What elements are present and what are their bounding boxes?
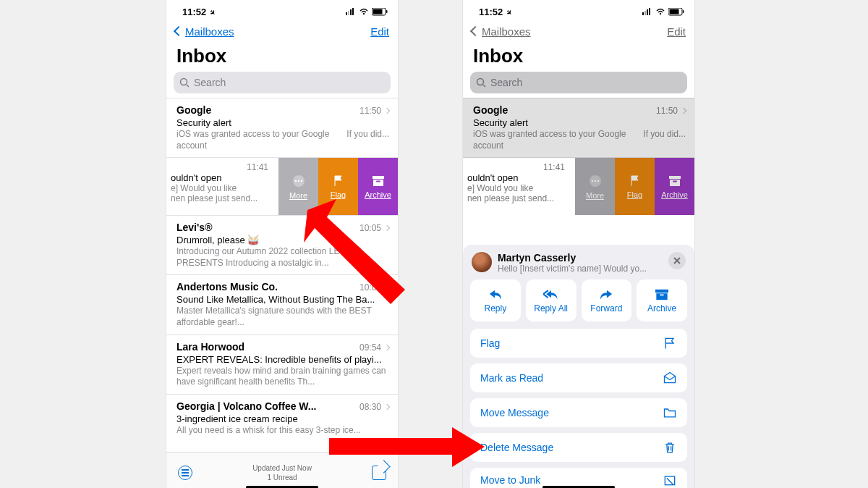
battery-icon bbox=[668, 8, 684, 16]
action-sheet: Martyn Casserly Hello [Insert victim's n… bbox=[463, 245, 694, 488]
forward-icon bbox=[598, 288, 614, 301]
edit-button[interactable]: Edit bbox=[370, 25, 389, 38]
back-button[interactable]: Mailboxes bbox=[472, 25, 531, 38]
folder-icon bbox=[663, 405, 677, 420]
time: 11:41 bbox=[467, 162, 568, 172]
search-placeholder: Search bbox=[490, 77, 522, 88]
forward-button[interactable]: Forward bbox=[582, 279, 632, 321]
nav-bar: Mailboxes Edit bbox=[166, 20, 398, 42]
wifi-icon bbox=[359, 8, 369, 15]
junk-icon bbox=[663, 473, 677, 487]
status-bar: 11:52✈ bbox=[166, 3, 398, 20]
preview-right: If you did... bbox=[346, 129, 389, 139]
status-time: 11:52 bbox=[479, 7, 503, 17]
nav-bar: Mailboxes Edit bbox=[463, 20, 694, 42]
preview-right: If you did... bbox=[643, 129, 686, 139]
preview-line: e] Would you like bbox=[171, 183, 271, 193]
subject-fragment: ouldn't open bbox=[467, 172, 568, 183]
signal-icon bbox=[346, 8, 356, 15]
svg-rect-33 bbox=[673, 180, 677, 182]
search-input[interactable]: Search bbox=[470, 72, 687, 93]
svg-point-30 bbox=[597, 180, 598, 181]
reply-button[interactable]: Reply bbox=[470, 279, 521, 321]
filter-button[interactable] bbox=[178, 466, 192, 480]
svg-point-8 bbox=[181, 79, 187, 85]
svg-line-9 bbox=[187, 85, 189, 87]
page-title: Inbox bbox=[463, 42, 694, 72]
preview: Expert reveals how mind and brain traini… bbox=[176, 366, 389, 388]
status-bar: 11:52✈ bbox=[463, 3, 694, 20]
signal-icon bbox=[642, 8, 652, 15]
preview: iOS was granted access to your Google ac… bbox=[473, 129, 637, 151]
archive-icon bbox=[668, 174, 682, 188]
battery-icon bbox=[372, 8, 388, 16]
svg-rect-23 bbox=[670, 9, 679, 14]
status-indicators bbox=[642, 8, 684, 16]
svg-point-4 bbox=[363, 13, 365, 14]
svg-rect-3 bbox=[352, 8, 354, 15]
unread-label: 1 Unread bbox=[252, 473, 312, 482]
status-time: 11:52 bbox=[182, 7, 206, 17]
wifi-icon bbox=[655, 8, 665, 15]
svg-rect-1 bbox=[348, 11, 349, 15]
reply-icon bbox=[488, 288, 503, 301]
page-title: Inbox bbox=[166, 42, 398, 72]
chevron-right-icon bbox=[384, 108, 390, 114]
location-icon: ✈ bbox=[208, 8, 217, 17]
message-row[interactable]: Lara Horwood09:54 EXPERT REVEALS: Incred… bbox=[166, 335, 398, 394]
mark-read-action[interactable]: Mark as Read bbox=[470, 363, 687, 392]
svg-rect-31 bbox=[669, 176, 681, 179]
subject: Security alert bbox=[473, 117, 686, 128]
avatar bbox=[472, 252, 492, 272]
time: 11:50 bbox=[359, 106, 381, 116]
flag-icon bbox=[663, 336, 677, 350]
svg-rect-19 bbox=[647, 9, 648, 15]
swipe-archive-button[interactable]: Archive bbox=[655, 158, 694, 215]
flag-action[interactable]: Flag bbox=[470, 329, 687, 358]
svg-line-26 bbox=[483, 85, 485, 87]
sender: Georgia | Volcano Coffee W... bbox=[176, 400, 355, 412]
delete-action[interactable]: Delete Message bbox=[470, 433, 687, 462]
close-button[interactable] bbox=[668, 252, 686, 269]
annotation-arrow bbox=[289, 195, 412, 311]
preview-line: nen please just send... bbox=[467, 193, 568, 203]
reply-all-button[interactable]: Reply All bbox=[526, 279, 576, 321]
more-icon bbox=[292, 174, 306, 188]
message-row-swiped[interactable]: 11:41 ouldn't open e] Would you like nen… bbox=[463, 157, 694, 215]
svg-line-40 bbox=[667, 479, 673, 484]
message-row[interactable]: Google11:50 Security alert If you did...… bbox=[463, 98, 694, 157]
svg-rect-17 bbox=[642, 12, 644, 15]
svg-point-25 bbox=[477, 79, 484, 85]
time: 11:50 bbox=[656, 106, 678, 116]
reply-all-icon bbox=[543, 288, 559, 301]
time: 09:54 bbox=[359, 342, 381, 353]
search-icon bbox=[179, 77, 190, 88]
search-icon bbox=[476, 77, 486, 88]
svg-rect-2 bbox=[350, 9, 352, 15]
svg-rect-6 bbox=[373, 9, 383, 14]
back-button[interactable]: Mailboxes bbox=[175, 25, 234, 38]
annotation-arrow bbox=[329, 427, 488, 471]
updated-label: Updated Just Now bbox=[252, 463, 312, 473]
time: 08:30 bbox=[359, 402, 381, 412]
message-row[interactable]: Google 11:50 Security alert If you did..… bbox=[166, 98, 398, 157]
chevron-left-icon bbox=[470, 26, 480, 36]
svg-rect-7 bbox=[386, 10, 388, 13]
more-icon bbox=[588, 174, 603, 188]
subject: EXPERT REVEALS: Incredible benefits of p… bbox=[176, 354, 389, 365]
edit-button[interactable]: Edit bbox=[667, 25, 686, 38]
svg-rect-24 bbox=[683, 10, 684, 13]
preview-line: e] Would you like bbox=[467, 183, 568, 193]
swipe-flag-button[interactable]: Flag bbox=[615, 158, 655, 215]
trash-icon bbox=[663, 440, 677, 455]
search-input[interactable]: Search bbox=[174, 72, 391, 93]
close-icon bbox=[673, 257, 681, 264]
archive-button[interactable]: Archive bbox=[637, 279, 687, 321]
svg-point-21 bbox=[660, 13, 661, 14]
junk-action[interactable]: Move to Junk bbox=[470, 468, 687, 488]
move-action[interactable]: Move Message bbox=[470, 398, 687, 427]
svg-rect-0 bbox=[346, 12, 347, 15]
swipe-more-button[interactable]: More bbox=[575, 158, 615, 215]
chevron-left-icon bbox=[174, 26, 184, 36]
location-icon: ✈ bbox=[504, 8, 514, 17]
